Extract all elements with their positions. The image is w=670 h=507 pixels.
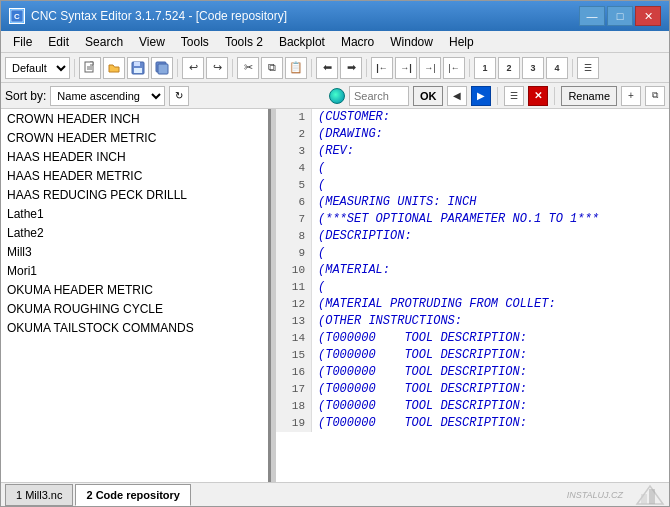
preset-select[interactable]: Default xyxy=(5,57,70,79)
outdent-button[interactable]: |← xyxy=(443,57,465,79)
list-item[interactable]: HAAS HEADER INCH xyxy=(1,147,268,166)
forward-button[interactable]: ➡ xyxy=(340,57,362,79)
line-content: (T000000 TOOL DESCRIPTION: xyxy=(312,398,527,415)
rename-button[interactable]: Rename xyxy=(561,86,617,106)
cut-button[interactable]: ✂ xyxy=(237,57,259,79)
line-content: (MATERIAL: xyxy=(312,262,390,279)
line-number: 10 xyxy=(276,262,312,279)
open-button[interactable] xyxy=(103,57,125,79)
list-item[interactable]: OKUMA TAILSTOCK COMMANDS xyxy=(1,318,268,337)
number2-button[interactable]: 2 xyxy=(498,57,520,79)
list-item[interactable]: Lathe1 xyxy=(1,204,268,223)
prev-result-button[interactable]: ◀ xyxy=(447,86,467,106)
sort-separator xyxy=(497,87,498,105)
menu-item-search[interactable]: Search xyxy=(77,33,131,51)
sort-refresh-button[interactable]: ↻ xyxy=(169,86,189,106)
toggle-button[interactable]: ☰ xyxy=(577,57,599,79)
back-button[interactable]: ⬅ xyxy=(316,57,338,79)
status-tab[interactable]: 1 Mill3.nc xyxy=(5,484,73,506)
toolbar-separator-2 xyxy=(177,59,178,77)
list-view-button[interactable]: ☰ xyxy=(504,86,524,106)
line-number: 11 xyxy=(276,279,312,296)
line-number: 8 xyxy=(276,228,312,245)
undo-button[interactable]: ↩ xyxy=(182,57,204,79)
code-line: 8(DESCRIPTION: xyxy=(276,228,669,245)
menu-item-window[interactable]: Window xyxy=(382,33,441,51)
code-line: 9( xyxy=(276,245,669,262)
line-number: 1 xyxy=(276,109,312,126)
line-number: 17 xyxy=(276,381,312,398)
toolbar-separator-1 xyxy=(74,59,75,77)
list-item[interactable]: HAAS HEADER METRIC xyxy=(1,166,268,185)
toolbar-separator-4 xyxy=(311,59,312,77)
svg-text:C: C xyxy=(14,12,20,21)
line-number: 6 xyxy=(276,194,312,211)
code-line: 4( xyxy=(276,160,669,177)
menu-item-tools[interactable]: Tools xyxy=(173,33,217,51)
file-list-panel: CROWN HEADER INCHCROWN HEADER METRICHAAS… xyxy=(1,109,271,482)
code-editor-panel[interactable]: 1(CUSTOMER:2(DRAWING:3(REV:4(5(6(MEASURI… xyxy=(276,109,669,482)
paste-button[interactable]: 📋 xyxy=(285,57,307,79)
line-number: 9 xyxy=(276,245,312,262)
list-item[interactable]: Mill3 xyxy=(1,242,268,261)
window-controls: — □ ✕ xyxy=(579,6,661,26)
main-window: C CNC Syntax Editor 3.1.7.524 - [Code re… xyxy=(0,0,670,507)
line-number: 5 xyxy=(276,177,312,194)
toolbar-separator-7 xyxy=(572,59,573,77)
menu-item-help[interactable]: Help xyxy=(441,33,482,51)
new-item-button[interactable]: + xyxy=(621,86,641,106)
list-item[interactable]: OKUMA HEADER METRIC xyxy=(1,280,268,299)
line-content: ( xyxy=(312,177,325,194)
indent-button[interactable]: →| xyxy=(419,57,441,79)
line-content: (T000000 TOOL DESCRIPTION: xyxy=(312,330,527,347)
search-input[interactable] xyxy=(349,86,409,106)
menu-item-macro[interactable]: Macro xyxy=(333,33,382,51)
number1-button[interactable]: 1 xyxy=(474,57,496,79)
toolbar-separator-6 xyxy=(469,59,470,77)
block-end-button[interactable]: →| xyxy=(395,57,417,79)
minimize-button[interactable]: — xyxy=(579,6,605,26)
menu-item-view[interactable]: View xyxy=(131,33,173,51)
menu-item-edit[interactable]: Edit xyxy=(40,33,77,51)
line-number: 7 xyxy=(276,211,312,228)
save-all-button[interactable] xyxy=(151,57,173,79)
maximize-button[interactable]: □ xyxy=(607,6,633,26)
close-button[interactable]: ✕ xyxy=(635,6,661,26)
list-item[interactable]: HAAS REDUCING PECK DRILLL xyxy=(1,185,268,204)
copy-item-button[interactable]: ⧉ xyxy=(645,86,665,106)
menu-item-tools-2[interactable]: Tools 2 xyxy=(217,33,271,51)
list-item[interactable]: CROWN HEADER INCH xyxy=(1,109,268,128)
copy-button[interactable]: ⧉ xyxy=(261,57,283,79)
list-item[interactable]: OKUMA ROUGHING CYCLE xyxy=(1,299,268,318)
list-item[interactable]: CROWN HEADER METRIC xyxy=(1,128,268,147)
menu-bar: FileEditSearchViewToolsTools 2BackplotMa… xyxy=(1,31,669,53)
svg-rect-11 xyxy=(641,494,647,504)
code-line: 17(T000000 TOOL DESCRIPTION: xyxy=(276,381,669,398)
block-start-button[interactable]: |← xyxy=(371,57,393,79)
new-button[interactable] xyxy=(79,57,101,79)
list-item[interactable]: Mori1 xyxy=(1,261,268,280)
code-line: 10(MATERIAL: xyxy=(276,262,669,279)
watermark: INSTALUJ.CZ xyxy=(567,490,623,500)
list-item[interactable]: Lathe2 xyxy=(1,223,268,242)
ok-button[interactable]: OK xyxy=(413,86,444,106)
line-number: 16 xyxy=(276,364,312,381)
delete-button[interactable]: ✕ xyxy=(528,86,548,106)
status-tab[interactable]: 2 Code repository xyxy=(75,484,191,506)
line-content: (T000000 TOOL DESCRIPTION: xyxy=(312,381,527,398)
menu-item-file[interactable]: File xyxy=(5,33,40,51)
number3-button[interactable]: 3 xyxy=(522,57,544,79)
line-number: 2 xyxy=(276,126,312,143)
app-icon: C xyxy=(9,8,25,24)
sort-select[interactable]: Name ascending xyxy=(50,86,165,106)
menu-item-backplot[interactable]: Backplot xyxy=(271,33,333,51)
code-line: 12(MATERIAL PROTRUDING FROM COLLET: xyxy=(276,296,669,313)
line-content: ( xyxy=(312,279,325,296)
next-result-button[interactable]: ▶ xyxy=(471,86,491,106)
save-button[interactable] xyxy=(127,57,149,79)
redo-button[interactable]: ↪ xyxy=(206,57,228,79)
language-icon xyxy=(329,88,345,104)
svg-rect-6 xyxy=(134,62,140,66)
line-content: (DESCRIPTION: xyxy=(312,228,412,245)
number4-button[interactable]: 4 xyxy=(546,57,568,79)
